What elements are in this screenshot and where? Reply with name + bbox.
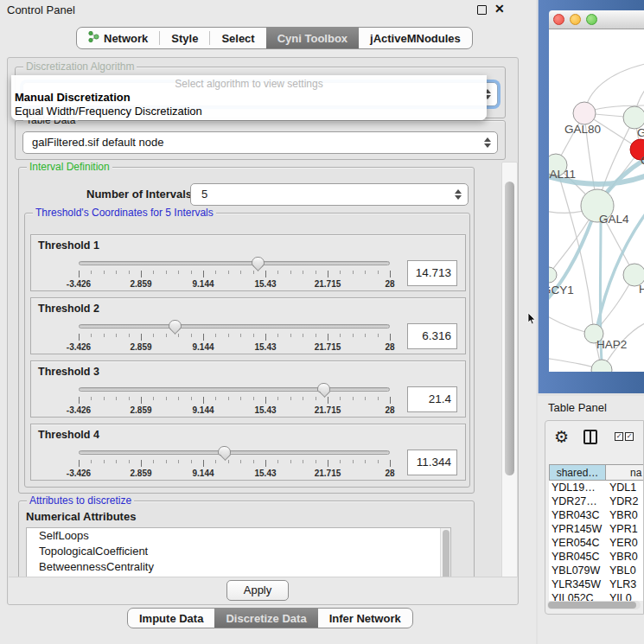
tab-select-label: Select <box>221 32 254 45</box>
columns-icon[interactable] <box>583 430 597 444</box>
table-row[interactable]: YBR045C YBR0 <box>549 550 644 564</box>
slider-thumb[interactable] <box>218 446 231 456</box>
slider-thumb[interactable] <box>169 320 182 329</box>
table-cell: YBR0 <box>606 508 644 522</box>
node-label: GAL4 <box>599 213 629 226</box>
gear-icon[interactable]: ⚙ <box>554 428 569 447</box>
checkbox-pair-icon[interactable]: ✓ ✓ <box>615 432 634 441</box>
table-row[interactable]: YBL079W YBL0 <box>549 564 644 577</box>
close-icon[interactable]: ✕ <box>494 2 505 16</box>
scrollbar-thumb[interactable] <box>548 602 636 609</box>
column-header-shared[interactable]: shared… <box>549 464 606 481</box>
table-cell: YDR27… <box>549 494 606 508</box>
zoom-traffic-light-icon[interactable] <box>586 14 597 25</box>
table-cell: YBL0 <box>606 564 644 577</box>
float-window-icon[interactable] <box>477 5 487 15</box>
table-cell: YPR145W <box>549 522 606 536</box>
node-bottom[interactable] <box>591 360 612 372</box>
close-traffic-light-icon[interactable] <box>553 14 564 25</box>
table-cell: YDL1 <box>606 481 644 494</box>
slider-track[interactable] <box>79 450 390 455</box>
tab-discretize-data[interactable]: Discretize Data <box>214 609 317 628</box>
table-row[interactable]: YPR145W YPR1 <box>549 522 644 536</box>
threshold-panel-1: Threshold 1 -3.426 2.859 9. <box>30 234 466 291</box>
attributes-group-title: Attributes to discretize <box>27 494 134 507</box>
threshold-value-field[interactable]: 21.4 <box>407 386 457 412</box>
algorithm-group-title: Discretization Algorithm <box>23 61 137 73</box>
slider-track[interactable] <box>79 261 390 265</box>
control-panel: Control Panel ✕ Network <box>0 0 536 644</box>
node-label: H <box>639 283 644 296</box>
threshold-slider[interactable]: -3.426 2.859 9.144 15.43 21.715 28 <box>79 387 390 413</box>
settings-scrollbar[interactable] <box>501 162 518 578</box>
attributes-list: SelfLoops TopologicalCoefficient Between… <box>26 527 451 578</box>
node-label: GCY1 <box>549 284 574 296</box>
control-panel-titlebar: Control Panel ✕ <box>0 0 536 21</box>
table-cell: YLR3 <box>606 577 644 591</box>
slider-track[interactable] <box>79 387 390 392</box>
cyni-settings-panel: Discretization Algorithm Select algorith… <box>7 57 519 605</box>
tab-jactivemnodules[interactable]: jActiveMNodules <box>359 28 472 48</box>
threshold-slider[interactable]: -3.426 2.859 9.144 15.43 21.715 28 <box>79 324 390 350</box>
combo-stepper-icon <box>455 189 462 200</box>
threshold-value-field[interactable]: 14.713 <box>407 260 457 286</box>
table-cell: YER0 <box>606 536 644 550</box>
interval-definition-group: Interval Definition Number of Intervals … <box>18 167 475 494</box>
threshold-value-field[interactable]: 11.344 <box>407 450 457 475</box>
network-window-titlebar[interactable] <box>549 10 644 29</box>
threshold-value-field[interactable]: 6.316 <box>407 323 457 349</box>
node-gcy1[interactable] <box>549 267 557 283</box>
checkbox-icon[interactable]: ✓ <box>625 432 634 441</box>
table-row[interactable]: YER054C YER0 <box>549 536 644 550</box>
list-item[interactable]: TopologicalCoefficient <box>27 544 450 559</box>
slider-track[interactable] <box>79 324 390 328</box>
network-canvas[interactable]: GAL80 GA C GAL11 GAL4 GCY1 H HAP2 <box>549 29 644 372</box>
slider-thumb[interactable] <box>252 257 265 266</box>
number-of-intervals-combobox[interactable]: 5 <box>190 183 469 206</box>
scrollbar-thumb[interactable] <box>505 182 514 475</box>
tab-network[interactable]: Network <box>77 28 159 48</box>
table-cell: YDR2 <box>606 494 644 508</box>
table-horizontal-scrollbar[interactable] <box>547 601 641 609</box>
tab-impute-data[interactable]: Impute Data <box>128 609 214 628</box>
slider-thumb[interactable] <box>317 383 330 392</box>
tab-infer-network[interactable]: Infer Network <box>318 609 412 628</box>
numerical-attributes-label: Numerical Attributes <box>26 510 136 523</box>
list-item[interactable]: SelfLoops <box>27 528 450 544</box>
table-row[interactable]: YDL19… YDL1 <box>549 481 644 494</box>
table-row[interactable]: YIL052C YIL0 <box>549 591 644 601</box>
table-cell: YBR0 <box>606 550 644 564</box>
table-toolbar: ⚙ ✓ ✓ <box>545 426 643 452</box>
apply-button[interactable]: Apply <box>226 580 289 601</box>
threshold-slider[interactable]: -3.426 2.859 9.144 15.43 21.715 28 <box>79 261 390 287</box>
table-cell: YBL079W <box>549 564 606 577</box>
list-scrollbar[interactable] <box>440 528 450 578</box>
list-item[interactable]: BetweennessCentrality <box>27 559 450 575</box>
checkbox-icon[interactable]: ✓ <box>615 432 623 441</box>
tab-jactivemnodules-label: jActiveMNodules <box>370 32 461 45</box>
node-gal80[interactable] <box>573 102 596 124</box>
table-row[interactable]: YDR27… YDR2 <box>549 494 644 508</box>
table-cell: YIL052C <box>549 591 606 601</box>
table-panel: Table Panel ⚙ ✓ ✓ shared… na YDL19… Y <box>538 396 644 644</box>
column-header-name[interactable]: na <box>606 464 644 481</box>
table-data-combobox[interactable]: galFiltered.sif default node <box>22 131 498 154</box>
node-table: shared… na YDL19… YDL1 YDR27… YDR2 YBR04… <box>549 464 644 601</box>
table-header-row: shared… na <box>549 464 644 481</box>
table-row[interactable]: YBR043C YBR0 <box>549 508 644 522</box>
tab-cyni-toolbox[interactable]: Cyni Toolbox <box>266 28 359 48</box>
tab-cyni-toolbox-label: Cyni Toolbox <box>277 32 348 45</box>
dropdown-option-equal-width[interactable]: Equal Width/Frequency Discretization <box>15 105 487 118</box>
dropdown-option-manual[interactable]: Manual Discretization <box>15 91 487 104</box>
slider-ticks <box>79 460 390 467</box>
threshold-panel-4: Threshold 4 -3.426 2.859 9. <box>30 424 466 481</box>
tab-select[interactable]: Select <box>210 28 265 48</box>
tab-style[interactable]: Style <box>160 28 209 48</box>
table-row[interactable]: YLR345W YLR3 <box>549 577 644 591</box>
algorithm-dropdown-popup: Select algorithm to view settings Manual… <box>11 75 487 120</box>
table-data-combobox-value: galFiltered.sif default node <box>32 136 163 149</box>
number-of-intervals-label: Number of Intervals <box>86 188 192 201</box>
threshold-slider[interactable]: -3.426 2.859 9.144 15.43 21.715 28 <box>79 450 390 476</box>
minimize-traffic-light-icon[interactable] <box>570 14 581 25</box>
network-icon <box>88 30 99 46</box>
